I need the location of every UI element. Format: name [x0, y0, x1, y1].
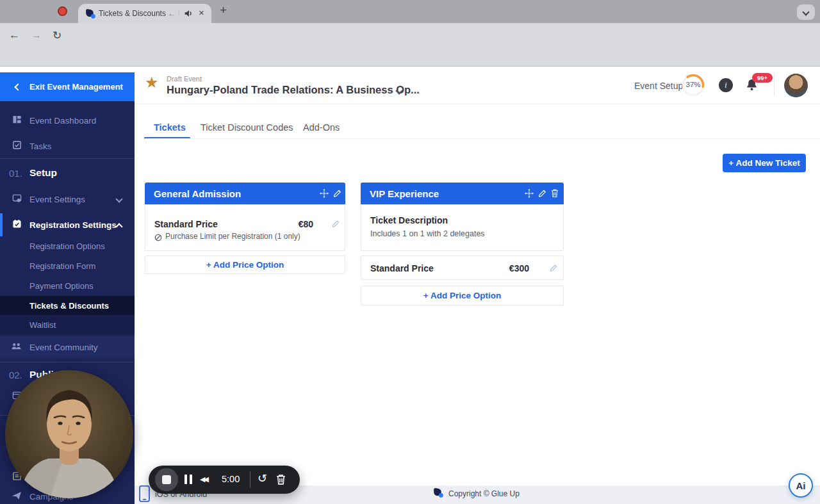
- sidebar-item-tasks[interactable]: Tasks: [0, 136, 135, 156]
- purchase-limit-note: Purchase Limit per Registration (1 only): [165, 232, 300, 241]
- chevron-left-icon: [14, 83, 21, 90]
- tab-close-icon[interactable]: ×: [199, 7, 204, 18]
- sidebar-item-label: Event Community: [29, 343, 98, 352]
- copyright-text: Copyright © Glue Up: [448, 489, 520, 498]
- sidebar-item-label: Registration Options: [29, 241, 105, 251]
- event-setup-label[interactable]: Event Setup: [634, 81, 683, 91]
- setup-progress-ring[interactable]: 37%: [681, 73, 705, 97]
- reload-button[interactable]: ↻: [53, 29, 62, 42]
- browser-toolbar: ← → ↻ app.glueup.com/events/88696/setup/…: [0, 23, 820, 49]
- sidebar-item-event-community[interactable]: Event Community: [0, 336, 135, 358]
- dashboard-icon: [12, 115, 22, 127]
- glueup-footer-logo-icon: [433, 487, 443, 500]
- edit-ticket-icon[interactable]: [332, 188, 342, 200]
- browser-tab[interactable]: Tickets & Discounts ← Hu ×: [78, 4, 211, 23]
- recorder-divider: [250, 471, 250, 488]
- app-header: ★ Draft Event Hungary-Poland Trade Relat…: [135, 67, 820, 104]
- settings-board-icon: [12, 193, 22, 206]
- sidebar-subitem-payment-options[interactable]: Payment Options: [0, 277, 135, 295]
- sidebar-item-registration-settings[interactable]: Registration Settings: [0, 213, 135, 236]
- pause-bar: [184, 475, 187, 484]
- delete-recording-button[interactable]: [275, 473, 286, 488]
- tab-add-ons[interactable]: Add-Ons: [303, 122, 340, 133]
- purchase-limit-link-icon: [154, 232, 162, 244]
- sidebar-top-strip: [0, 67, 135, 72]
- description-title: Ticket Description: [370, 215, 448, 225]
- tab-tickets[interactable]: Tickets: [154, 122, 186, 133]
- move-ticket-icon[interactable]: [525, 189, 534, 200]
- rewind-button[interactable]: ◀◀: [200, 475, 207, 484]
- calendar-check-icon: [12, 219, 22, 231]
- webcam-overlay[interactable]: [5, 370, 133, 498]
- ticket-card-header-vip-experience: VIP Experience: [361, 183, 564, 204]
- paper-plane-icon: [12, 491, 22, 503]
- sidebar-subitem-registration-options[interactable]: Registration Options: [0, 237, 135, 255]
- section-number: 01.: [9, 168, 22, 179]
- info-icon[interactable]: i: [719, 78, 733, 92]
- sidebar-item-label: Waitlist: [29, 320, 56, 330]
- tab-title: Tickets & Discounts ← Hu: [99, 9, 181, 18]
- sidebar-item-label: Event Dashboard: [29, 116, 96, 126]
- sidebar-item-label: Registration Settings: [29, 220, 117, 230]
- price-option-card: Standard Price €300: [361, 256, 564, 280]
- glueup-favicon-icon: [85, 8, 95, 21]
- move-ticket-icon[interactable]: [320, 189, 329, 200]
- event-title[interactable]: Hungary-Poland Trade Relations: A Busine…: [167, 84, 420, 96]
- price-option-card: Standard Price €80 Purchase Limit per Re…: [145, 204, 345, 251]
- sidebar-item-label: Registration Form: [29, 261, 95, 271]
- tasks-check-icon: [12, 140, 22, 152]
- tab-ticket-discount-codes[interactable]: Ticket Discount Codes: [201, 122, 293, 133]
- delete-ticket-icon[interactable]: [550, 188, 559, 200]
- sidebar-item-label: Event Settings: [29, 195, 85, 204]
- favorite-star-icon[interactable]: ★: [145, 74, 159, 92]
- section-number: 02.: [9, 370, 22, 380]
- header-divider: [774, 74, 775, 96]
- tab-audio-icon[interactable]: [183, 8, 193, 21]
- chevron-down-icon: [115, 195, 122, 202]
- tab-search-button[interactable]: [797, 4, 815, 20]
- exit-event-management-button[interactable]: Exit Event Management: [0, 72, 135, 101]
- new-tab-button[interactable]: +: [220, 3, 227, 17]
- pause-bar: [190, 475, 192, 484]
- add-price-option-label: + Add Price Option: [206, 260, 284, 270]
- sidebar-item-event-settings[interactable]: Event Settings: [0, 189, 135, 209]
- price-value: €300: [483, 263, 529, 273]
- sidebar-item-label: Tickets & Discounts: [29, 301, 109, 311]
- sidebar-subitem-waitlist[interactable]: Waitlist: [0, 315, 135, 334]
- ticket-description-card: Ticket Description Includes 1 on 1 with …: [361, 204, 564, 251]
- sidebar-item-event-dashboard[interactable]: Event Dashboard: [0, 110, 135, 131]
- tabs-baseline: [145, 138, 820, 139]
- chevron-up-icon: [115, 223, 122, 230]
- recording-indicator-icon: [58, 6, 67, 16]
- progress-percent: 37%: [681, 81, 705, 88]
- add-price-option-button-vip[interactable]: + Add Price Option: [361, 286, 564, 305]
- browser-tab-strip: Tickets & Discounts ← Hu × +: [0, 0, 820, 23]
- stop-icon: [162, 475, 171, 484]
- user-avatar[interactable]: [784, 74, 808, 97]
- edit-price-icon[interactable]: [549, 263, 558, 275]
- back-button[interactable]: ←: [9, 29, 20, 42]
- add-new-ticket-button[interactable]: + Add New Ticket: [723, 154, 806, 172]
- sidebar-divider: [0, 362, 135, 362]
- add-price-option-label: + Add Price Option: [423, 291, 501, 300]
- forward-button[interactable]: →: [31, 29, 42, 42]
- tickets-tabs-bar: Tickets Ticket Discount Codes Add-Ons: [135, 104, 820, 144]
- edit-price-icon[interactable]: [331, 219, 340, 231]
- restart-recording-button[interactable]: ↺: [258, 471, 267, 485]
- mobile-phone-icon[interactable]: [138, 485, 151, 504]
- stop-recording-button[interactable]: [155, 468, 178, 491]
- pause-recording-button[interactable]: [184, 475, 192, 484]
- add-price-option-button-general[interactable]: + Add Price Option: [145, 256, 345, 274]
- recording-time: 5:00: [222, 474, 240, 484]
- sidebar-subitem-registration-form[interactable]: Registration Form: [0, 257, 135, 275]
- sidebar-item-label: Payment Options: [29, 281, 94, 291]
- edit-ticket-icon[interactable]: [537, 188, 547, 200]
- sidebar-subitem-tickets-discounts-selected[interactable]: Tickets & Discounts: [0, 296, 135, 315]
- sidebar-divider: [0, 158, 135, 159]
- ticket-name: General Admission: [154, 188, 241, 199]
- ai-assistant-button[interactable]: Ai: [789, 473, 813, 498]
- ticket-card-header-general-admission: General Admission: [145, 183, 345, 204]
- bookmarks-bar: in ID A N E FT Todos los marcadores: [0, 49, 820, 67]
- community-people-icon: [11, 341, 22, 354]
- chevron-down-icon: [802, 8, 809, 15]
